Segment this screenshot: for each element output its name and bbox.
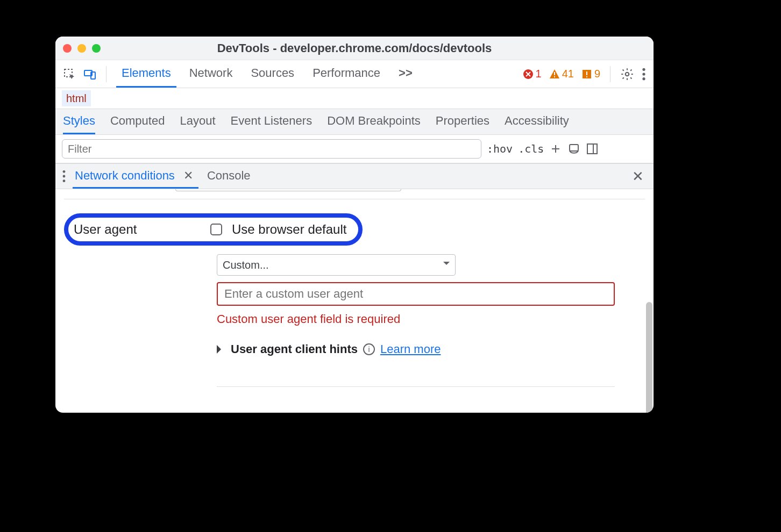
tab-network[interactable]: Network — [184, 60, 238, 88]
use-browser-default-label: Use browser default — [232, 222, 346, 237]
svg-rect-4 — [554, 72, 555, 75]
minimize-window-button[interactable] — [77, 44, 86, 53]
svg-point-9 — [626, 72, 629, 76]
subtab-dom-breakpoints[interactable]: DOM Breakpoints — [327, 109, 421, 134]
elements-subtabs: Styles Computed Layout Event Listeners D… — [55, 109, 654, 135]
svg-rect-8 — [586, 76, 587, 77]
close-window-button[interactable] — [63, 44, 72, 53]
network-throttling-select[interactable]: No throttling — [175, 189, 401, 191]
styles-toolbar: :hov .cls — [55, 135, 654, 163]
titlebar: DevTools - developer.chrome.com/docs/dev… — [55, 37, 654, 60]
tab-label: Sources — [251, 66, 294, 80]
divider — [610, 66, 610, 82]
error-count[interactable]: 1 — [523, 68, 542, 80]
cls-toggle[interactable]: .cls — [518, 142, 544, 155]
divider — [106, 66, 106, 82]
svg-rect-14 — [587, 144, 597, 154]
select-value: Custom... — [223, 259, 269, 271]
learn-more-link[interactable]: Learn more — [380, 342, 441, 356]
subtab-styles[interactable]: Styles — [63, 109, 95, 134]
scrollbar-thumb[interactable] — [646, 302, 652, 413]
drawer-tab-label: Console — [207, 169, 251, 183]
section-divider — [217, 386, 615, 387]
tab-label: Elements — [122, 66, 171, 80]
hov-toggle[interactable]: :hov — [487, 142, 513, 155]
user-agent-highlight: User agent Use browser default — [64, 213, 363, 246]
close-drawer-icon[interactable]: ✕ — [629, 168, 647, 185]
tab-sources[interactable]: Sources — [245, 60, 300, 88]
issue-count[interactable]: 9 — [581, 68, 600, 80]
dom-breadcrumb[interactable]: html — [55, 88, 654, 109]
rendering-icon[interactable] — [567, 142, 580, 155]
tab-performance[interactable]: Performance — [307, 60, 386, 88]
drawer-tabbar: Network conditions ✕ Console ✕ — [55, 163, 654, 189]
chevron-down-icon — [389, 189, 395, 190]
user-agent-select[interactable]: Custom... — [217, 254, 456, 276]
svg-point-17 — [63, 175, 66, 178]
svg-rect-13 — [570, 145, 578, 151]
subtab-layout[interactable]: Layout — [180, 109, 215, 134]
devtools-window: DevTools - developer.chrome.com/docs/dev… — [55, 37, 654, 413]
network-conditions-panel: Network throttling No throttling User ag… — [55, 189, 654, 413]
inspect-icon[interactable] — [63, 68, 76, 81]
issue-count-value: 9 — [594, 68, 600, 80]
error-count-value: 1 — [536, 68, 542, 80]
drawer-more-icon[interactable] — [62, 169, 66, 183]
client-hints-label: User agent client hints — [231, 342, 358, 356]
settings-icon[interactable] — [620, 67, 634, 81]
new-style-rule-icon[interactable] — [549, 142, 562, 155]
drawer-tab-network-conditions[interactable]: Network conditions ✕ — [73, 164, 198, 189]
tab-label: Network — [189, 66, 233, 80]
device-toggle-icon[interactable] — [83, 68, 96, 81]
warning-icon — [549, 69, 560, 80]
issue-icon — [581, 69, 592, 80]
svg-point-10 — [642, 68, 645, 70]
window-controls — [63, 44, 101, 53]
more-menu-icon[interactable] — [642, 67, 646, 81]
overflow-glyph: >> — [399, 66, 413, 80]
drawer-tab-console[interactable]: Console — [205, 164, 253, 189]
subtab-properties[interactable]: Properties — [436, 109, 489, 134]
styles-filter-input[interactable] — [62, 139, 481, 159]
breadcrumb-node[interactable]: html — [62, 90, 91, 106]
network-throttling-row: Network throttling No throttling — [64, 189, 645, 199]
subtab-event-listeners[interactable]: Event Listeners — [231, 109, 313, 134]
tab-label: Performance — [313, 66, 380, 80]
svg-point-16 — [63, 170, 66, 173]
svg-rect-7 — [586, 71, 587, 75]
window-title: DevTools - developer.chrome.com/docs/dev… — [55, 41, 654, 55]
svg-point-12 — [642, 77, 645, 80]
subtab-accessibility[interactable]: Accessibility — [505, 109, 569, 134]
tab-elements[interactable]: Elements — [116, 60, 176, 88]
user-agent-row: User agent Use browser default — [64, 213, 645, 246]
svg-rect-5 — [554, 76, 555, 77]
custom-user-agent-input[interactable] — [217, 282, 615, 306]
tabs-overflow-button[interactable]: >> — [393, 60, 418, 88]
use-browser-default-checkbox[interactable] — [210, 224, 222, 235]
svg-point-18 — [63, 179, 66, 182]
error-icon — [523, 69, 534, 80]
zoom-window-button[interactable] — [92, 44, 101, 53]
close-tab-icon[interactable]: ✕ — [180, 169, 196, 183]
client-hints-row[interactable]: User agent client hints i Learn more — [217, 342, 615, 356]
drawer-tab-label: Network conditions — [75, 169, 175, 183]
info-icon[interactable]: i — [363, 343, 375, 355]
expand-triangle-icon — [217, 345, 225, 354]
user-agent-label: User agent — [74, 222, 201, 237]
user-agent-subarea: Custom... Custom user agent field is req… — [217, 254, 615, 387]
warning-count-value: 41 — [562, 68, 574, 80]
user-agent-error: Custom user agent field is required — [217, 312, 615, 326]
subtab-computed[interactable]: Computed — [110, 109, 165, 134]
scrollbar[interactable] — [645, 302, 654, 413]
chevron-down-icon — [443, 262, 450, 268]
main-tabbar: Elements Network Sources Performance >> … — [55, 60, 654, 88]
warning-count[interactable]: 41 — [549, 68, 574, 80]
computed-panel-icon[interactable] — [586, 142, 599, 155]
svg-point-11 — [642, 73, 645, 75]
